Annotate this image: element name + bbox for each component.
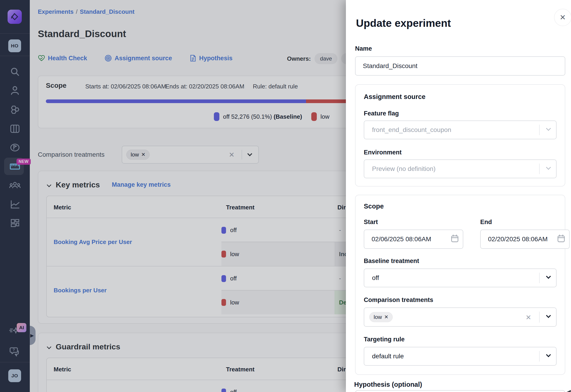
start-label: Start (364, 219, 378, 226)
assignment-source-card: Assignment source Feature flag front_end… (355, 84, 565, 186)
feature-flag-label: Feature flag (364, 110, 399, 117)
chevron-down-icon (546, 274, 551, 279)
close-button[interactable]: ✕ (554, 9, 571, 26)
chevron-down-icon (546, 165, 551, 170)
targeting-rule-label: Targeting rule (364, 336, 405, 343)
hypothesis-textarea[interactable] (355, 390, 565, 392)
divider (539, 273, 540, 283)
textarea-resize-grip[interactable] (567, 390, 571, 392)
app-root: HO (0, 0, 571, 392)
divider (539, 125, 540, 135)
chevron-down-icon (546, 126, 551, 131)
baseline-treatment-label: Baseline treatment (364, 257, 419, 265)
environment-select[interactable]: Preview (no definition) (364, 159, 557, 178)
end-label: End (480, 219, 492, 226)
scope-heading: Scope (364, 203, 384, 210)
modal-dim-overlay[interactable] (0, 0, 346, 392)
end-date-input[interactable]: 02/20/2025 08:06AM (480, 230, 570, 249)
update-experiment-drawer: ✕ Update experiment Name Standard_Discou… (346, 0, 571, 392)
start-date-input[interactable]: 02/06/2025 08:06AM (364, 230, 463, 249)
baseline-treatment-select[interactable]: off (364, 268, 557, 287)
drawer-title: Update experiment (356, 17, 451, 29)
clear-selection-icon[interactable]: ✕ (526, 313, 531, 322)
name-label: Name (355, 45, 372, 52)
feature-flag-select[interactable]: front_end_discount_coupon (364, 121, 557, 139)
targeting-rule-select[interactable]: default rule (364, 347, 557, 366)
name-input[interactable]: Standard_Discount (355, 56, 565, 76)
assignment-source-heading: Assignment source (364, 93, 426, 100)
chevron-down-icon (546, 313, 551, 318)
treatment-chip-low[interactable]: low✕ (369, 312, 393, 322)
calendar-icon[interactable] (557, 234, 565, 244)
scope-card: Scope Start End 02/06/2025 08:06AM 02/20… (355, 195, 565, 375)
comparison-treatments-label: Comparison treatments (364, 296, 433, 304)
divider (539, 164, 540, 174)
divider (539, 351, 540, 362)
calendar-icon[interactable] (451, 234, 459, 244)
close-icon: ✕ (560, 13, 566, 22)
hypothesis-heading: Hypothesis (optional) (354, 381, 422, 388)
environment-label: Environment (364, 149, 402, 156)
comparison-treatments-select[interactable]: low✕ ✕ (364, 308, 557, 327)
chevron-down-icon (546, 352, 551, 357)
chip-remove-icon[interactable]: ✕ (384, 314, 388, 320)
divider (539, 312, 540, 322)
